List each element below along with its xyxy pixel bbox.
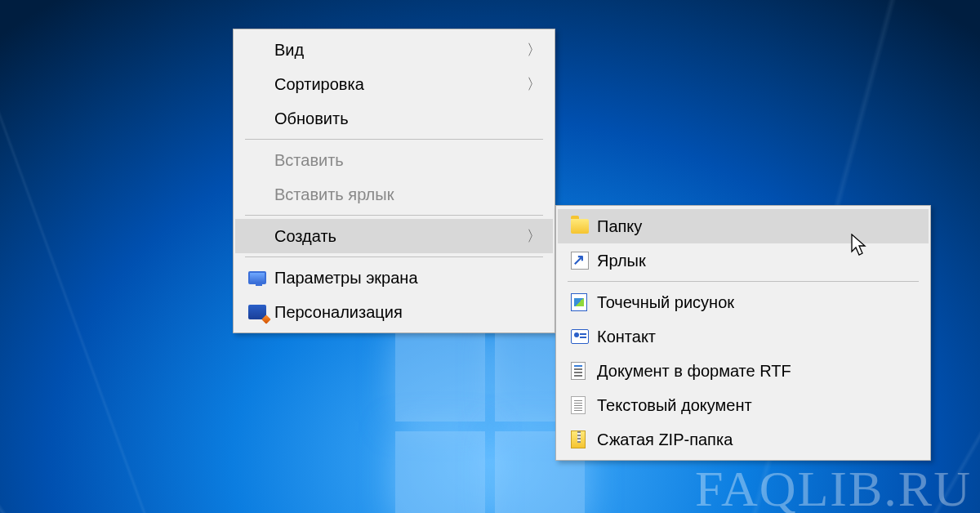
menu-item-label: Контакт (597, 328, 917, 346)
menu-item-label: Вставить ярлык (274, 185, 541, 204)
icon-slot (571, 395, 597, 415)
light-ray (0, 0, 47, 513)
chevron-right-icon: 〉 (527, 226, 541, 246)
menu-item-refresh[interactable]: Обновить (235, 101, 553, 136)
menu-item-label: Параметры экрана (274, 269, 541, 288)
menu-item-new[interactable]: Создать 〉 (235, 219, 553, 253)
desktop-context-menu: Вид 〉 Сортировка 〉 Обновить Вставить Вст… (233, 29, 555, 333)
icon-slot (571, 327, 597, 346)
icon-slot (248, 268, 274, 288)
submenu-item-contact[interactable]: Контакт (558, 319, 929, 354)
submenu-item-bitmap[interactable]: Точечный рисунок (558, 285, 929, 319)
menu-item-label: Вставить (274, 151, 541, 170)
screen-icon (248, 271, 266, 284)
new-submenu: Папку Ярлык Точечный рисунок Контакт Док… (555, 205, 931, 461)
menu-item-label: Сортировка (274, 75, 527, 94)
menu-separator (245, 256, 543, 257)
menu-item-sort[interactable]: Сортировка 〉 (235, 67, 553, 101)
contact-icon (571, 329, 589, 344)
submenu-item-shortcut[interactable]: Ярлык (558, 243, 929, 278)
icon-slot (248, 226, 274, 246)
menu-separator (245, 139, 543, 140)
icon-slot (248, 40, 274, 60)
zip-icon (571, 430, 586, 448)
icon-slot (571, 361, 597, 381)
menu-item-label: Создать (274, 227, 527, 246)
icon-slot (248, 150, 274, 170)
menu-item-display-settings[interactable]: Параметры экрана (235, 261, 553, 295)
icon-slot (248, 185, 274, 204)
menu-item-label: Ярлык (597, 252, 917, 270)
menu-item-view[interactable]: Вид 〉 (235, 33, 553, 67)
menu-item-label: Точечный рисунок (597, 293, 917, 312)
menu-separator (568, 281, 919, 282)
menu-separator (245, 215, 543, 216)
personalize-icon (248, 305, 266, 319)
watermark-text: FAQLIB.RU (695, 460, 972, 513)
icon-slot (571, 251, 597, 270)
submenu-item-text[interactable]: Текстовый документ (558, 388, 929, 422)
text-icon (571, 396, 586, 414)
menu-item-label: Текстовый документ (597, 396, 917, 415)
submenu-item-zip[interactable]: Сжатая ZIP-папка (558, 422, 929, 457)
icon-slot (248, 74, 274, 94)
menu-item-label: Сжатая ZIP-папка (597, 430, 917, 449)
menu-item-label: Документ в формате RTF (597, 362, 917, 381)
icon-slot (571, 430, 597, 449)
shortcut-icon (571, 252, 589, 270)
icon-slot (571, 216, 597, 236)
folder-icon (571, 219, 589, 234)
submenu-item-folder[interactable]: Папку (558, 209, 929, 243)
menu-item-personalization[interactable]: Персонализация (235, 295, 553, 329)
icon-slot (248, 302, 274, 322)
menu-item-label: Вид (274, 41, 527, 60)
icon-slot (571, 292, 597, 312)
rtf-icon (571, 362, 586, 380)
mouse-cursor-icon (851, 234, 867, 256)
chevron-right-icon: 〉 (527, 40, 541, 60)
menu-item-paste: Вставить (235, 143, 553, 177)
icon-slot (248, 109, 274, 128)
submenu-item-rtf[interactable]: Документ в формате RTF (558, 354, 929, 388)
light-ray (0, 0, 168, 513)
menu-item-label: Папку (597, 217, 917, 236)
chevron-right-icon: 〉 (527, 74, 541, 94)
menu-item-label: Обновить (274, 109, 541, 128)
menu-item-paste-shortcut: Вставить ярлык (235, 177, 553, 212)
bitmap-icon (571, 293, 587, 311)
menu-item-label: Персонализация (274, 303, 541, 322)
